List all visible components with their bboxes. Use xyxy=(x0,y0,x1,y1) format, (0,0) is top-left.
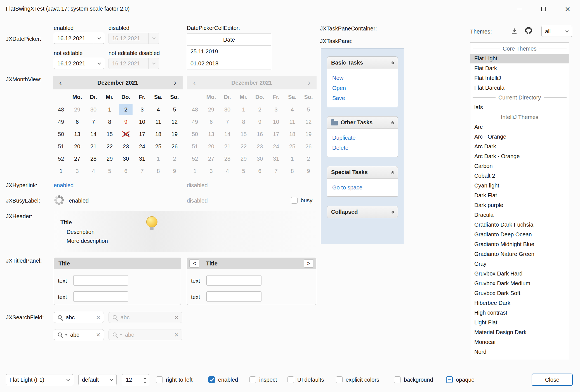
theme-list[interactable]: Core ThemesFlat LightFlat DarkFlat Intel… xyxy=(470,42,569,359)
checkbox-box[interactable] xyxy=(336,376,343,383)
calendar-day[interactable]: 7 xyxy=(87,116,100,127)
github-icon[interactable] xyxy=(524,26,533,35)
table-row[interactable]: 01.02.2018 xyxy=(187,58,271,70)
taskpane-title[interactable]: Basic Tasks xyxy=(327,56,398,69)
text-input[interactable] xyxy=(206,291,261,302)
calendar-day[interactable]: 2 xyxy=(119,104,133,115)
combo-dropdown-button[interactable] xyxy=(63,374,73,385)
taskpane-title[interactable]: Collapsed xyxy=(327,206,398,218)
month-view-enabled[interactable]: ‹ Dezember 2021 › Mo.Di.Mi.Do.Fr.Sa.So. … xyxy=(53,76,183,177)
close-button[interactable]: Close xyxy=(532,374,573,386)
spinner-up-icon[interactable] xyxy=(144,377,147,380)
theme-list-item[interactable]: lafs xyxy=(470,103,569,112)
checkbox-enabled[interactable]: enabled xyxy=(208,375,238,385)
calendar-day[interactable]: 5 xyxy=(103,165,116,177)
spinner-buttons[interactable] xyxy=(141,374,149,385)
clear-icon[interactable]: × xyxy=(96,314,100,321)
taskpane-link[interactable]: Go to space xyxy=(332,182,393,193)
calendar-day[interactable]: 4 xyxy=(152,104,165,115)
checkbox-box[interactable] xyxy=(287,376,294,383)
panel-prev-button[interactable]: < xyxy=(189,259,199,268)
close-window-button[interactable]: × xyxy=(559,0,576,18)
theme-list-item[interactable]: Gray xyxy=(470,259,569,269)
calendar-day[interactable]: 8 xyxy=(152,165,165,177)
theme-list-item[interactable]: Flat Darcula xyxy=(470,83,569,93)
table-row[interactable]: 25.11.2019 xyxy=(187,46,271,58)
checkbox-inspect[interactable]: inspect xyxy=(249,375,277,385)
calendar-day[interactable]: 1 xyxy=(103,104,116,115)
calendar-day[interactable]: 19 xyxy=(168,129,181,140)
theme-list-item[interactable]: Hiberbee Dark xyxy=(470,298,569,308)
calendar-day[interactable]: 9 xyxy=(119,116,133,127)
font-size-value[interactable]: 12 xyxy=(126,377,141,383)
checkbox-box[interactable] xyxy=(249,376,256,383)
checkbox-box[interactable] xyxy=(394,376,401,383)
calendar-day[interactable]: 24 xyxy=(135,141,149,152)
search-field-enabled[interactable]: abc × xyxy=(54,312,104,323)
calendar-day[interactable]: 18 xyxy=(152,129,165,140)
checkbox-busy[interactable]: busy xyxy=(291,197,312,204)
calendar-day[interactable]: 15 xyxy=(103,129,116,140)
taskpane-link[interactable]: Duplicate xyxy=(332,133,393,143)
calendar-day[interactable]: 25 xyxy=(152,141,165,152)
theme-list-item[interactable]: Arc xyxy=(470,122,569,132)
search-field-with-menu-enabled[interactable]: abc × xyxy=(54,329,104,340)
calendar-day[interactable]: 3 xyxy=(135,104,149,115)
calendar-day[interactable]: 28 xyxy=(87,153,100,164)
calendar-day[interactable]: 8 xyxy=(103,116,116,127)
checkbox-right-to-left[interactable]: right-to-left xyxy=(156,375,193,385)
text-input[interactable] xyxy=(206,275,261,286)
maximize-button[interactable] xyxy=(534,0,552,18)
font-size-spinner[interactable]: 12 xyxy=(122,374,149,385)
theme-list-item[interactable]: Light Flat xyxy=(470,318,569,327)
checkbox-background[interactable]: background xyxy=(394,375,433,385)
calendar-day[interactable]: 1 xyxy=(152,153,165,164)
calendar-day[interactable]: 30 xyxy=(87,104,100,115)
combo-dropdown-button[interactable] xyxy=(562,26,572,37)
taskpane-link[interactable]: Delete xyxy=(332,143,393,153)
taskpane-title[interactable]: Special Tasks xyxy=(327,166,398,179)
calendar-day[interactable]: 31 xyxy=(135,153,149,164)
calendar-day[interactable]: 7 xyxy=(135,165,149,177)
theme-list-item[interactable]: Gruvbox Dark Soft xyxy=(470,288,569,298)
minimize-button[interactable] xyxy=(511,0,528,18)
font-combo[interactable]: default xyxy=(78,374,117,385)
calendar-day[interactable]: 11 xyxy=(152,116,165,127)
theme-list-item[interactable]: Arc - Orange xyxy=(470,132,569,142)
hyperlink-enabled[interactable]: enabled xyxy=(54,181,74,189)
datepicker-not-editable[interactable]: 16.12.2021 xyxy=(54,58,104,69)
theme-list-item[interactable]: Gradianto Nature Green xyxy=(470,249,569,259)
theme-list-item[interactable]: Arc Dark xyxy=(470,142,569,151)
search-menu-arrow-icon[interactable] xyxy=(65,334,68,336)
calendar-day[interactable]: 23 xyxy=(119,141,133,152)
calendar-day[interactable]: 12 xyxy=(168,116,181,127)
calendar-day[interactable]: 26 xyxy=(168,141,181,152)
next-month-button[interactable]: › xyxy=(169,76,181,89)
theme-list-item[interactable]: Material Design Dark xyxy=(470,327,569,337)
theme-list-item[interactable]: Dracula xyxy=(470,210,569,220)
theme-list-item[interactable]: Flat Dark xyxy=(470,63,569,73)
text-input[interactable] xyxy=(73,291,128,302)
calendar-day[interactable]: 14 xyxy=(87,129,100,140)
calendar-day[interactable]: 5 xyxy=(168,104,181,115)
calendar-day[interactable]: 30 xyxy=(119,153,133,164)
calendar-day[interactable]: 17 xyxy=(135,129,149,140)
checkbox-box[interactable] xyxy=(208,376,215,383)
calendar-day[interactable]: 29 xyxy=(70,104,84,115)
checkbox-opaque[interactable]: opaque xyxy=(446,375,475,385)
laf-combo[interactable]: Flat Light (F1) xyxy=(6,374,73,385)
calendar-day[interactable]: 27 xyxy=(70,153,84,164)
datepicker-dropdown-button[interactable] xyxy=(94,58,104,69)
checkbox-box[interactable] xyxy=(156,376,163,383)
theme-list-item[interactable]: Arc Dark - Orange xyxy=(470,151,569,161)
taskpane-title[interactable]: Other Tasks xyxy=(327,116,398,129)
calendar-day[interactable]: 13 xyxy=(70,129,84,140)
calendar-day[interactable]: 3 xyxy=(70,165,84,177)
search-input[interactable]: abc xyxy=(70,332,94,338)
theme-list-item[interactable]: Flat IntelliJ xyxy=(470,73,569,83)
calendar-day[interactable]: 16 xyxy=(119,129,133,140)
calendar-day[interactable]: 21 xyxy=(87,141,100,152)
theme-list-item[interactable]: Nord xyxy=(470,347,569,357)
theme-list-item[interactable]: Cyan light xyxy=(470,181,569,191)
theme-list-item[interactable]: High contrast xyxy=(470,308,569,318)
